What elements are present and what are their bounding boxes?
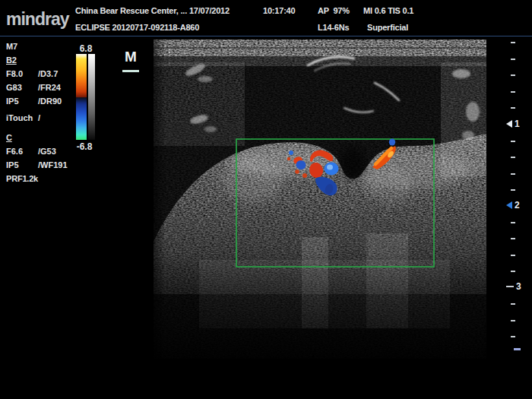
c-param-row: IP5 /WF191 xyxy=(6,160,105,170)
depth-label: 1 xyxy=(515,119,520,129)
ultrasound-image xyxy=(154,40,486,359)
param-value: /DR90 xyxy=(38,97,62,106)
depth-tick xyxy=(511,189,515,191)
depth-tick xyxy=(511,107,515,109)
param-value: G83 xyxy=(6,83,22,92)
depth-tick xyxy=(511,173,515,175)
focus-marker-2cm[interactable]: 2 xyxy=(506,201,520,210)
focus-arrow-icon xyxy=(506,201,512,209)
depth-tick xyxy=(511,255,515,256)
depth-tick xyxy=(511,320,515,321)
depth-tick xyxy=(511,336,515,337)
itouch-label: iTouch xyxy=(6,113,33,122)
probe-name: L14-6Ns xyxy=(318,23,349,32)
facility-date: China Bear Rescue Center, ... 17/07/2012 xyxy=(75,6,230,15)
param-value: IP5 xyxy=(6,160,19,169)
depth-tick xyxy=(511,141,515,142)
param-value: /FR24 xyxy=(38,83,61,92)
ultrasound-screen: mindray China Bear Rescue Center, ... 17… xyxy=(0,0,532,399)
param-value: /G53 xyxy=(38,147,56,156)
depth-label: 3 xyxy=(516,281,521,292)
depth-tick xyxy=(511,74,515,76)
mindray-logo: mindray xyxy=(6,9,68,30)
param-value: F8.0 xyxy=(6,69,23,78)
header-divider xyxy=(0,36,532,36)
mi-tis-indices: MI 0.6 TIS 0.1 xyxy=(363,6,413,15)
ultrasound-render xyxy=(154,40,486,359)
color-mode-label: C xyxy=(6,133,12,142)
itouch-value: / xyxy=(38,113,40,122)
orientation-marker: M xyxy=(120,49,141,65)
depth-tick xyxy=(511,59,515,60)
acoustic-power: AP 97% xyxy=(318,6,350,15)
system-model: M7 xyxy=(6,42,17,51)
param-value: /D3.7 xyxy=(38,69,58,78)
b-mode-label: B2 xyxy=(6,55,17,65)
depth-marker-3cm: 3 xyxy=(506,282,521,291)
exam-id: ECLIPSE 20120717-092118-A860 xyxy=(75,23,199,32)
colorbar-max-label: 6.8 xyxy=(73,43,99,54)
depth-tick xyxy=(511,42,515,43)
doppler-colorbar xyxy=(76,54,87,140)
param-value: /WF191 xyxy=(38,160,68,169)
colorbar-min-label: -6.8 xyxy=(71,141,97,152)
depth-tick xyxy=(511,91,515,93)
exam-preset: Superficial xyxy=(367,23,408,32)
depth-tick xyxy=(511,157,515,158)
param-value: F6.6 xyxy=(6,147,23,156)
clock: 10:17:40 xyxy=(263,6,295,15)
grayscale-bar xyxy=(88,54,95,140)
depth-tick xyxy=(511,303,515,305)
param-value: IP5 xyxy=(6,97,19,106)
depth-label: 2 xyxy=(515,200,520,211)
depth-tick xyxy=(511,238,515,239)
depth-tick xyxy=(511,222,515,223)
scale-end-marker xyxy=(514,348,521,350)
depth-arrow-icon xyxy=(506,120,512,128)
depth-dash-icon xyxy=(506,286,514,287)
prf-value: PRF1.2k xyxy=(6,174,38,183)
depth-marker-1cm: 1 xyxy=(506,119,520,128)
depth-tick xyxy=(511,271,515,272)
orientation-marker-underline xyxy=(122,70,139,72)
